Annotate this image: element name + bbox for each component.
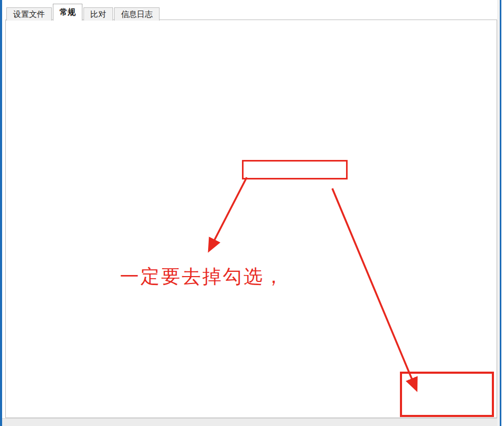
window-border-left [0,0,2,426]
window-border-right [500,0,501,426]
tab[interactable]: 常规 [53,4,82,21]
tab-label: 设置文件 [13,10,45,20]
tab-label: 比对 [90,10,106,20]
dialog-footer-strip [2,418,497,426]
tab-page-panel [5,20,497,418]
tab[interactable]: 信息日志 [114,7,160,21]
tab[interactable]: 比对 [83,7,113,21]
tab-bar: 设置文件 常规 比对 信息日志 [6,4,161,21]
tab-label: 常规 [60,7,76,17]
tab-label: 信息日志 [121,10,153,20]
tab[interactable]: 设置文件 [6,7,52,21]
